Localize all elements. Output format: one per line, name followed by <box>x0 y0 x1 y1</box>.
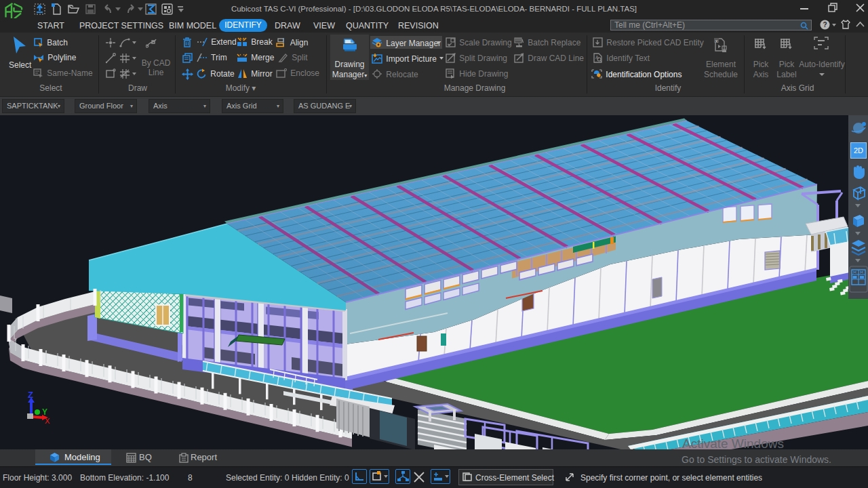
svg-text:X: X <box>45 417 50 425</box>
svg-text:A: A <box>595 55 599 60</box>
svg-text:?: ? <box>823 21 827 28</box>
svg-text:x: x <box>715 39 718 43</box>
